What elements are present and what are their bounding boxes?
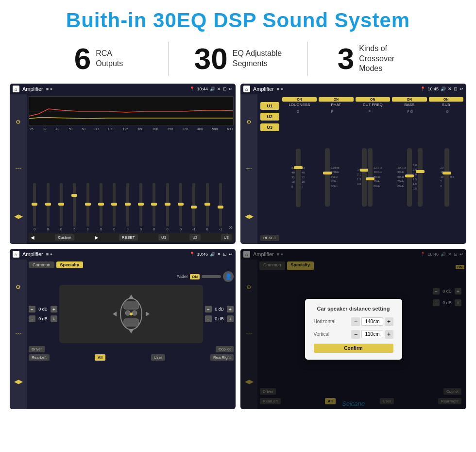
slider-thumb-13[interactable] — [191, 206, 197, 209]
speaker1-tab-common[interactable]: Common — [29, 261, 54, 268]
slider-thumb-3[interactable] — [58, 203, 64, 206]
loudness-slider[interactable] — [296, 149, 301, 207]
eq-next-btn[interactable]: ▶ — [95, 235, 99, 240]
crossover-sliders-area: G 644832160 644832160 F — [282, 110, 463, 241]
slider-track-7[interactable] — [113, 183, 116, 226]
slider-thumb-10[interactable] — [151, 203, 157, 206]
dialog-horizontal-plus[interactable]: + — [385, 317, 393, 326]
speaker1-db-left-2: − 0 dB + — [29, 315, 57, 322]
slider-thumb-7[interactable] — [111, 203, 117, 206]
speaker1-tab-specialty[interactable]: Specialty — [56, 261, 84, 268]
slider-thumb-14[interactable] — [204, 203, 210, 206]
phat-thumb[interactable] — [323, 172, 332, 174]
user-avatar[interactable]: 👤 — [223, 271, 234, 282]
home-icon[interactable] — [13, 86, 19, 92]
crossover-back-icon: ↩ — [459, 87, 463, 91]
speaker1-plus-4[interactable]: + — [227, 315, 234, 322]
crossover-presets: U1 U2 U3 RESET — [260, 97, 279, 241]
speaker1-icon-2[interactable]: 〰 — [16, 331, 21, 338]
slider-track-5[interactable] — [86, 183, 89, 226]
speaker1-home-icon[interactable] — [13, 251, 19, 258]
crossover-u2[interactable]: U2 — [260, 113, 279, 121]
svg-rect-3 — [124, 302, 138, 309]
slider-track-11[interactable] — [166, 183, 169, 226]
fader-slider[interactable] — [202, 275, 221, 278]
eq-u1-btn[interactable]: U1 — [158, 234, 169, 241]
slider-track-9[interactable] — [139, 183, 142, 226]
slider-track-2[interactable] — [47, 183, 50, 226]
speaker1-minus-4[interactable]: − — [205, 315, 212, 322]
slider-track-12[interactable] — [179, 183, 182, 226]
slider-thumb-12[interactable] — [178, 203, 184, 206]
eq-icon-1[interactable]: ⚙ — [16, 119, 21, 125]
bass-on[interactable]: ON — [392, 97, 426, 102]
speaker1-plus-1[interactable]: + — [51, 306, 57, 313]
crossover-u3[interactable]: U3 — [260, 123, 279, 131]
speaker1-plus-2[interactable]: + — [51, 315, 57, 322]
sub-slider[interactable] — [444, 148, 449, 207]
slider-thumb-8[interactable] — [125, 203, 131, 206]
crossover-icon-1[interactable]: ⚙ — [246, 119, 252, 125]
loudness-on[interactable]: ON — [282, 97, 317, 102]
slider-track-8[interactable] — [126, 183, 129, 226]
eq-u3-btn[interactable]: U3 — [221, 234, 232, 241]
phat-on[interactable]: ON — [319, 97, 353, 102]
dialog-vertical-minus[interactable]: − — [351, 330, 360, 339]
eq-expand-arrows[interactable]: » — [228, 223, 234, 231]
slider-thumb-2[interactable] — [45, 203, 51, 206]
slider-thumb-5[interactable] — [85, 203, 91, 206]
pos-rearright[interactable]: RearRight — [210, 354, 234, 361]
speaker1-minus-2[interactable]: − — [29, 315, 35, 322]
bass-slider2[interactable] — [418, 148, 423, 207]
pos-copilot[interactable]: Copilot — [216, 346, 234, 352]
slider-thumb-6[interactable] — [98, 203, 104, 206]
dialog-vertical-plus[interactable]: + — [385, 330, 393, 339]
eq-bottom-bar: ◀ Custom ▶ RESET U1 U2 U3 — [29, 233, 234, 242]
pos-rearleft[interactable]: RearLeft — [29, 354, 50, 361]
slider-thumb-11[interactable] — [165, 203, 170, 206]
slider-track-4[interactable] — [73, 183, 76, 226]
crossover-reset-btn[interactable]: RESET — [260, 235, 279, 241]
slider-track-6[interactable] — [100, 183, 102, 226]
slider-thumb-15[interactable] — [218, 206, 223, 209]
slider-thumb-1[interactable] — [32, 203, 37, 206]
confirm-button[interactable]: Confirm — [314, 344, 393, 353]
cutfreq-on[interactable]: ON — [356, 97, 390, 102]
speaker1-icon-3[interactable]: ◀▶ — [14, 378, 23, 385]
bass-slider1[interactable] — [407, 148, 412, 207]
speaker1-minus-3[interactable]: − — [205, 306, 212, 313]
slider-track-10[interactable] — [153, 183, 155, 226]
speaker1-minus-1[interactable]: − — [29, 306, 35, 313]
sub-on[interactable]: ON — [429, 97, 463, 102]
slider-thumb-9[interactable] — [138, 203, 144, 206]
phat-slider[interactable] — [325, 148, 330, 207]
slider-4: 5 — [68, 183, 80, 231]
speaker1-plus-3[interactable]: + — [227, 306, 234, 313]
eq-custom-btn[interactable]: Custom — [55, 234, 74, 241]
eq-icon-3[interactable]: ◀▶ — [14, 213, 23, 220]
eq-icon-2[interactable]: 〰 — [16, 166, 21, 173]
eq-u2-btn[interactable]: U2 — [189, 234, 200, 241]
eq-prev-btn[interactable]: ◀ — [31, 235, 34, 240]
slider-track-1[interactable] — [33, 183, 36, 226]
slider-thumb-4[interactable] — [71, 194, 77, 197]
crossover-u1[interactable]: U1 — [260, 102, 279, 110]
slider-track-3[interactable] — [60, 183, 63, 226]
crossover-home-icon[interactable] — [243, 86, 250, 92]
speaker1-db-val-2: 0 dB — [37, 316, 49, 321]
slider-14: 0 — [201, 183, 213, 231]
pos-driver[interactable]: Driver — [29, 346, 45, 352]
dialog-horizontal-minus[interactable]: − — [351, 317, 360, 326]
slider-track-14[interactable] — [206, 183, 209, 226]
slider-track-13[interactable] — [192, 183, 195, 226]
fader-on[interactable]: ON — [190, 274, 200, 279]
loudness-thumb[interactable] — [294, 166, 303, 169]
cutfreq-slider2[interactable] — [368, 148, 373, 207]
slider-track-15[interactable] — [219, 183, 222, 226]
speaker1-icon-1[interactable]: ⚙ — [16, 284, 21, 291]
pos-user[interactable]: User — [151, 354, 165, 361]
crossover-icon-2[interactable]: 〰 — [246, 166, 252, 173]
eq-reset-btn[interactable]: RESET — [119, 234, 138, 241]
crossover-icon-3[interactable]: ◀▶ — [245, 213, 254, 220]
pos-all[interactable]: All — [95, 354, 105, 361]
